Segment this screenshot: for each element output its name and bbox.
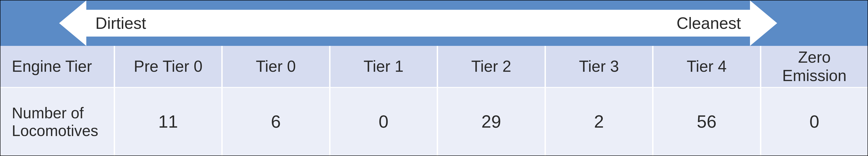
col-header: Tier 2 [438, 46, 546, 87]
value-cell: 56 [653, 88, 761, 156]
col-header: Tier 1 [331, 46, 438, 87]
table: Engine Tier Pre Tier 0 Tier 0 Tier 1 Tie… [0, 46, 868, 156]
spectrum-band: Dirtiest Cleanest [0, 0, 868, 46]
spectrum-arrow: Dirtiest Cleanest [59, 6, 777, 40]
arrow-left-icon [59, 0, 86, 46]
value-cell: 2 [546, 88, 654, 156]
spectrum-right-label: Cleanest [677, 14, 741, 32]
value-cell: 11 [115, 88, 223, 156]
arrow-body: Dirtiest Cleanest [86, 10, 750, 36]
table-header-row: Engine Tier Pre Tier 0 Tier 0 Tier 1 Tie… [0, 46, 868, 88]
row-label-cell: Number of Locomotives [0, 88, 115, 156]
col-header: Pre Tier 0 [115, 46, 223, 87]
value-cell: 6 [223, 88, 331, 156]
arrow-right-icon [750, 0, 777, 46]
locomotive-tier-table: Dirtiest Cleanest Engine Tier Pre Tier 0… [0, 0, 868, 156]
col-header: Tier 0 [223, 46, 331, 87]
col-header: Zero Emission [761, 46, 868, 87]
value-cell: 0 [331, 88, 438, 156]
col-header: Tier 3 [546, 46, 654, 87]
table-data-row: Number of Locomotives 11 6 0 29 2 56 0 [0, 88, 868, 156]
value-cell: 0 [761, 88, 868, 156]
value-cell: 29 [438, 88, 546, 156]
header-label-cell: Engine Tier [0, 46, 115, 87]
spectrum-left-label: Dirtiest [95, 14, 146, 32]
col-header: Tier 4 [653, 46, 761, 87]
